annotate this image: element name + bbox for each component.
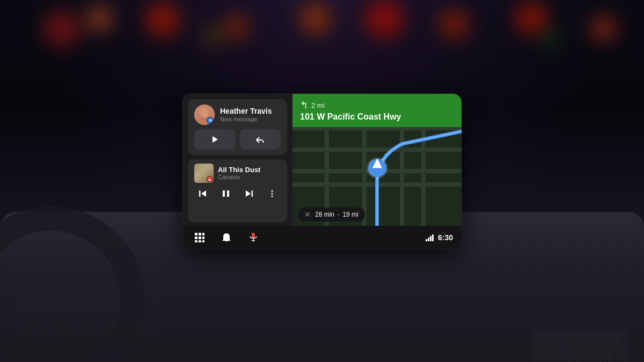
- svg-rect-20: [199, 240, 201, 242]
- music-info: All This Dust Canasta: [218, 166, 260, 181]
- speaker-grille: [531, 330, 628, 362]
- music-header: ▶ All This Dust Canasta: [194, 164, 281, 183]
- clock: 6:30: [438, 233, 453, 242]
- distance-text: 2 mi: [311, 101, 325, 109]
- svg-rect-3: [223, 190, 225, 197]
- prev-icon: [199, 189, 207, 198]
- signal-strength-icon: [426, 234, 434, 241]
- svg-rect-16: [195, 237, 197, 239]
- next-icon: [245, 189, 253, 198]
- play-icon: [210, 135, 219, 144]
- more-icon: [268, 189, 276, 198]
- notification-text: Heather Travis New message: [220, 107, 272, 123]
- eta-separator: ·: [338, 211, 339, 218]
- svg-rect-22: [225, 240, 228, 241]
- music-title: All This Dust: [218, 166, 260, 174]
- eta-time: 28 min: [315, 211, 334, 218]
- notification-card[interactable]: ✉ Heather Travis New message: [188, 99, 287, 155]
- reply-button[interactable]: [240, 129, 281, 150]
- voice-button[interactable]: [245, 229, 262, 246]
- svg-rect-17: [199, 237, 201, 239]
- svg-point-9: [272, 196, 273, 197]
- music-controls: [194, 186, 281, 201]
- notification-header: ✉ Heather Travis New message: [194, 105, 281, 125]
- notification-subtitle: New message: [220, 116, 272, 123]
- notification-actions: [194, 129, 281, 150]
- android-auto-screen: ✉ Heather Travis New message: [182, 94, 462, 249]
- dashboard-background: ✉ Heather Travis New message: [0, 0, 644, 362]
- message-icon: ✉: [209, 119, 212, 123]
- svg-point-8: [272, 193, 273, 195]
- svg-rect-21: [202, 240, 204, 242]
- signal-bar-2: [428, 238, 429, 241]
- sender-name: Heather Travis: [220, 107, 272, 116]
- close-route-button[interactable]: ✕: [304, 210, 311, 219]
- eta-badge[interactable]: ✕ 28 min · 19 mi: [298, 208, 365, 221]
- signal-bar-3: [430, 236, 431, 241]
- avatar-badge: ✉: [207, 117, 214, 124]
- svg-marker-6: [246, 190, 251, 197]
- eta-distance: 19 mi: [342, 211, 358, 218]
- status-info: 6:30: [426, 233, 453, 242]
- svg-marker-2: [201, 190, 206, 197]
- bell-icon: [222, 232, 231, 243]
- notifications-button[interactable]: [218, 229, 235, 246]
- svg-point-7: [272, 190, 273, 192]
- pause-button[interactable]: [218, 186, 233, 201]
- svg-rect-5: [252, 190, 253, 197]
- music-card[interactable]: ▶ All This Dust Canasta: [188, 159, 287, 223]
- svg-rect-14: [199, 233, 201, 235]
- map-container: ↰ 2 mi 101 W Pacific Coast Hwy ✕ 28 min …: [292, 94, 462, 226]
- apps-grid-icon: [194, 232, 205, 243]
- svg-rect-19: [195, 240, 197, 242]
- svg-rect-13: [195, 233, 197, 235]
- svg-marker-0: [213, 136, 218, 143]
- signal-bar-4: [432, 234, 434, 241]
- bottom-bar: 6:30: [182, 226, 462, 249]
- left-panel: ✉ Heather Travis New message: [182, 94, 292, 226]
- reply-icon: [255, 135, 265, 144]
- bottom-left-controls: [191, 229, 262, 246]
- prev-track-button[interactable]: [195, 186, 210, 201]
- navigation-arrow: [365, 151, 389, 181]
- next-track-button[interactable]: [241, 186, 257, 201]
- nav-distance: ↰ 2 mi: [300, 99, 454, 111]
- album-art: ▶: [194, 164, 214, 183]
- youtube-music-badge: ▶: [207, 176, 213, 182]
- map-panel[interactable]: ↰ 2 mi 101 W Pacific Coast Hwy ✕ 28 min …: [292, 94, 462, 226]
- play-button[interactable]: [194, 129, 236, 150]
- music-artist: Canasta: [218, 174, 260, 181]
- nav-header: ↰ 2 mi 101 W Pacific Coast Hwy: [292, 94, 462, 127]
- svg-rect-18: [202, 237, 204, 239]
- microphone-icon: [250, 232, 257, 243]
- svg-rect-1: [199, 190, 201, 197]
- svg-rect-4: [227, 190, 229, 197]
- nav-street: 101 W Pacific Coast Hwy: [300, 112, 454, 122]
- youtube-icon: ▶: [209, 178, 211, 181]
- avatar-head: [201, 108, 208, 115]
- pause-icon: [222, 189, 230, 198]
- avatar: ✉: [194, 105, 215, 125]
- screen-content: ✉ Heather Travis New message: [182, 94, 462, 226]
- signal-bar-1: [426, 239, 427, 241]
- svg-rect-23: [252, 233, 255, 238]
- turn-arrow: ↰: [300, 99, 308, 111]
- svg-rect-15: [202, 233, 204, 235]
- apps-button[interactable]: [191, 229, 208, 246]
- more-options-button[interactable]: [265, 186, 280, 201]
